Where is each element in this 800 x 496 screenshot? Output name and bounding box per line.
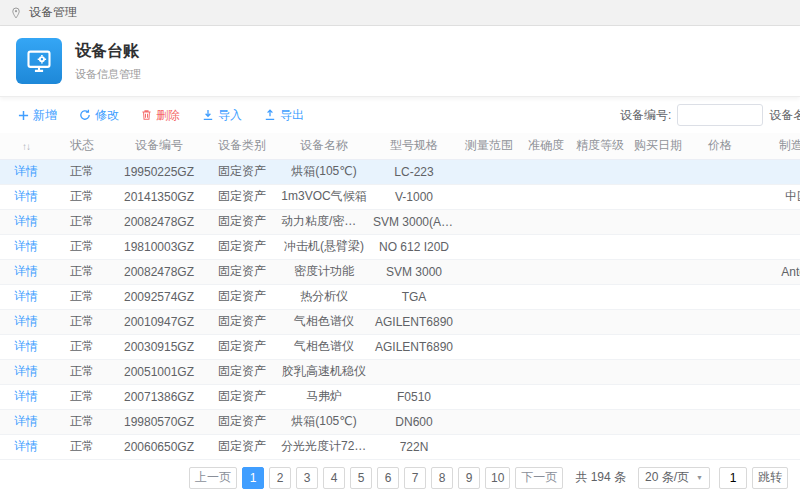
module-icon <box>16 38 62 84</box>
cell-status: 正常 <box>52 234 112 259</box>
cell-manufacturer <box>752 209 800 234</box>
cell-purchase_date <box>628 209 688 234</box>
detail-link[interactable]: 详情 <box>14 289 38 303</box>
table-row[interactable]: 详情正常20030915GZ固定资产气相色谱仪AGILENT6890 <box>0 334 800 359</box>
cell-range <box>458 409 520 434</box>
detail-link[interactable]: 详情 <box>14 264 38 278</box>
table-row[interactable]: 详情正常20060650GZ固定资产分光光度计722N722N <box>0 434 800 459</box>
detail-link[interactable]: 详情 <box>14 164 38 178</box>
cell-grade <box>572 384 628 409</box>
device-name-label: 设备名称 <box>769 107 800 124</box>
table-row[interactable]: 详情正常20141350GZ固定资产1m3VOC气候箱V-1000中国 <box>0 184 800 209</box>
cell-manufacturer <box>752 159 800 184</box>
jump-button[interactable]: 跳转 <box>752 467 788 489</box>
detail-link[interactable]: 详情 <box>14 314 38 328</box>
cell-price <box>688 409 752 434</box>
detail-link[interactable]: 详情 <box>14 189 38 203</box>
page-button-10[interactable]: 10 <box>485 467 510 489</box>
delete-button[interactable]: 删除 <box>141 107 180 124</box>
add-button-label: 新增 <box>33 107 57 124</box>
table-row[interactable]: 详情正常20051001GZ固定资产胶乳高速机稳仪 <box>0 359 800 384</box>
cell-model: NO 612 I20D <box>370 234 458 259</box>
column-header-10: 价格 <box>688 133 752 159</box>
cell-code: 19810003GZ <box>112 234 206 259</box>
equipment-table: ↑↓ 状态设备编号设备类别设备名称型号规格测量范围准确度精度等级购买日期价格制造… <box>0 133 800 460</box>
column-header-3: 设备类别 <box>206 133 278 159</box>
sort-icon[interactable]: ↑↓ <box>22 141 30 152</box>
cell-code: 20082478GZ <box>112 209 206 234</box>
page-title: 设备台账 <box>75 41 141 62</box>
cell-manufacturer <box>752 384 800 409</box>
cell-grade <box>572 259 628 284</box>
cell-accuracy <box>520 309 572 334</box>
cell-status: 正常 <box>52 259 112 284</box>
detail-link[interactable]: 详情 <box>14 364 38 378</box>
table-row[interactable]: 详情正常20082478GZ固定资产密度计功能SVM 3000Anton <box>0 259 800 284</box>
detail-link[interactable]: 详情 <box>14 239 38 253</box>
cell-range <box>458 209 520 234</box>
cell-price <box>688 384 752 409</box>
detail-link[interactable]: 详情 <box>14 389 38 403</box>
detail-cell: 详情 <box>0 284 52 309</box>
breadcrumb[interactable]: 设备管理 <box>29 4 77 21</box>
cell-range <box>458 259 520 284</box>
next-page-button[interactable]: 下一页 <box>515 467 563 489</box>
page-button-2[interactable]: 2 <box>269 467 291 489</box>
cell-category: 固定资产 <box>206 234 278 259</box>
table-row[interactable]: 详情正常19810003GZ固定资产冲击机(悬臂梁)NO 612 I20D <box>0 234 800 259</box>
modify-button[interactable]: 修改 <box>79 107 119 124</box>
sort-column-header[interactable]: ↑↓ <box>0 133 52 159</box>
table-row[interactable]: 详情正常20010947GZ固定资产气相色谱仪AGILENT6890 <box>0 309 800 334</box>
cell-grade <box>572 309 628 334</box>
export-button-label: 导出 <box>280 107 304 124</box>
page-button-3[interactable]: 3 <box>296 467 318 489</box>
detail-link[interactable]: 详情 <box>14 439 38 453</box>
page-button-9[interactable]: 9 <box>458 467 480 489</box>
table-row[interactable]: 详情正常20071386GZ固定资产马弗炉F0510 <box>0 384 800 409</box>
cell-name: 烘箱(105℃) <box>278 159 370 184</box>
table-row[interactable]: 详情正常19980570GZ固定资产烘箱(105℃)DN600 <box>0 409 800 434</box>
cell-grade <box>572 409 628 434</box>
table-row[interactable]: 详情正常19950225GZ固定资产烘箱(105℃)LC-223 <box>0 159 800 184</box>
cell-grade <box>572 184 628 209</box>
detail-link[interactable]: 详情 <box>14 339 38 353</box>
page-button-6[interactable]: 6 <box>377 467 399 489</box>
jump-page-input[interactable] <box>719 467 747 489</box>
chevron-down-icon: ▼ <box>696 474 703 481</box>
export-upload-icon <box>264 109 276 121</box>
page-size-select[interactable]: 20 条/页 ▼ <box>638 467 710 489</box>
export-button[interactable]: 导出 <box>264 107 304 124</box>
refresh-icon <box>79 109 91 121</box>
page-subtitle: 设备信息管理 <box>75 67 141 82</box>
detail-link[interactable]: 详情 <box>14 414 38 428</box>
total-count: 共 194 条 <box>575 469 626 486</box>
page-button-7[interactable]: 7 <box>404 467 426 489</box>
cell-manufacturer <box>752 409 800 434</box>
cell-price <box>688 309 752 334</box>
page-button-1[interactable]: 1 <box>242 467 264 489</box>
cell-accuracy <box>520 334 572 359</box>
detail-cell: 详情 <box>0 409 52 434</box>
column-header-11: 制造厂 <box>752 133 800 159</box>
page-button-4[interactable]: 4 <box>323 467 345 489</box>
table-row[interactable]: 详情正常20082478GZ固定资产动力粘度/密度/运...SVM 3000(A… <box>0 209 800 234</box>
cell-price <box>688 234 752 259</box>
add-button[interactable]: 新增 <box>18 107 57 124</box>
cell-category: 固定资产 <box>206 309 278 334</box>
cell-name: 热分析仪 <box>278 284 370 309</box>
table-row[interactable]: 详情正常20092574GZ固定资产热分析仪TGA <box>0 284 800 309</box>
detail-link[interactable]: 详情 <box>14 214 38 228</box>
cell-accuracy <box>520 359 572 384</box>
cell-grade <box>572 209 628 234</box>
table-header-row: ↑↓ 状态设备编号设备类别设备名称型号规格测量范围准确度精度等级购买日期价格制造… <box>0 133 800 159</box>
pagination: 上一页 12345678910 下一页 共 194 条 20 条/页 ▼ 跳转 <box>0 460 800 489</box>
page-button-5[interactable]: 5 <box>350 467 372 489</box>
cell-range <box>458 234 520 259</box>
import-button[interactable]: 导入 <box>202 107 242 124</box>
prev-page-button[interactable]: 上一页 <box>189 467 237 489</box>
device-code-input[interactable] <box>677 104 763 126</box>
page-button-8[interactable]: 8 <box>431 467 453 489</box>
cell-accuracy <box>520 284 572 309</box>
cell-price <box>688 159 752 184</box>
cell-purchase_date <box>628 234 688 259</box>
